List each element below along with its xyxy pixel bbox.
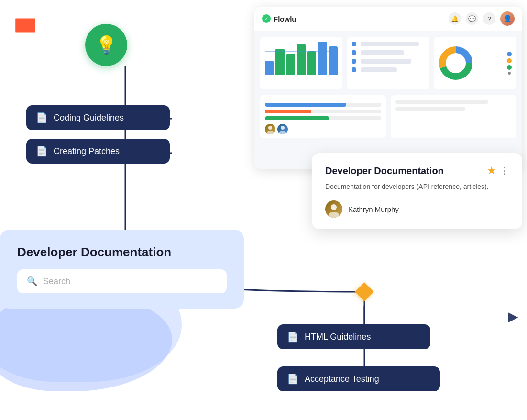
avatar-row: [265, 124, 381, 134]
developer-doc-box: Developer Documentation 🔍 Search: [0, 230, 244, 309]
svg-point-14: [281, 126, 285, 130]
coding-guidelines-node[interactable]: 📄 Coding Guidelines: [26, 105, 170, 130]
bar-chart-widget: [260, 37, 342, 89]
creating-patches-label: Creating Patches: [54, 146, 120, 156]
acceptance-testing-label: Acceptance Testing: [305, 374, 379, 384]
bar-6: [318, 42, 327, 75]
bar-1: [265, 61, 274, 75]
document-icon: 📄: [36, 112, 48, 123]
document-icon-2: 📄: [36, 145, 48, 157]
svg-point-12: [268, 126, 272, 130]
lightbulb-node: 💡: [85, 24, 127, 66]
document-icon-4: 📄: [287, 373, 299, 385]
more-options-icon[interactable]: ⋮: [500, 166, 509, 176]
decorative-arrow-right: [508, 309, 518, 324]
dev-doc-title: Developer Documentation: [17, 245, 227, 260]
popup-author: Kathryn Murphy: [325, 200, 509, 218]
empty-widget: [391, 95, 516, 138]
donut-chart: [439, 46, 472, 80]
lightbulb-icon: 💡: [96, 35, 117, 55]
svg-point-17: [329, 212, 339, 218]
html-guidelines-node[interactable]: 📄 HTML Guidelines: [277, 324, 430, 349]
bg-decoration-2: [0, 296, 172, 391]
svg-point-13: [267, 131, 274, 134]
author-name: Kathryn Murphy: [348, 205, 399, 213]
flowlu-bottom-row: [254, 95, 522, 144]
popup-card: Developer Documentation ★ ⋮ Documentatio…: [312, 153, 522, 229]
svg-point-11: [450, 57, 461, 69]
bar-chart: [265, 42, 338, 75]
popup-description: Documentation for developers (API refere…: [325, 182, 509, 192]
acceptance-testing-node[interactable]: 📄 Acceptance Testing: [277, 366, 440, 391]
html-guidelines-label: HTML Guidelines: [305, 332, 371, 342]
flowlu-header-icons: 🔔 💬 ? 👤: [449, 11, 515, 26]
search-bar[interactable]: 🔍 Search: [17, 269, 227, 293]
popup-actions: ★ ⋮: [487, 165, 509, 177]
progress-widget: [260, 95, 386, 138]
diamond-connector: [355, 282, 374, 301]
donut-legend: [507, 52, 512, 75]
bar-3: [286, 54, 295, 75]
flowlu-app-title: Flowlu: [274, 15, 296, 23]
donut-widget: [434, 37, 516, 89]
help-icon[interactable]: ?: [483, 12, 495, 25]
notification-icon[interactable]: 🔔: [449, 12, 461, 25]
flowlu-logo: ✓ Flowlu: [262, 14, 296, 23]
bar-5: [307, 51, 316, 75]
search-placeholder: Search: [43, 276, 70, 287]
chat-icon[interactable]: 💬: [466, 12, 478, 25]
bar-7: [329, 46, 338, 75]
bar-4: [297, 44, 306, 75]
star-icon[interactable]: ★: [487, 165, 496, 177]
search-icon: 🔍: [27, 276, 37, 287]
svg-point-16: [331, 204, 337, 210]
flowlu-dashboard-body: [254, 31, 522, 95]
author-avatar: [325, 200, 342, 218]
svg-point-15: [279, 131, 286, 134]
flowlu-window: ✓ Flowlu 🔔 💬 ? 👤: [254, 7, 522, 169]
flowlu-titlebar: ✓ Flowlu 🔔 💬 ? 👤: [254, 7, 522, 31]
coding-guidelines-label: Coding Guidelines: [54, 113, 124, 123]
list-widget: [347, 37, 429, 89]
flowlu-check-icon: ✓: [262, 14, 271, 23]
creating-patches-node[interactable]: 📄 Creating Patches: [26, 139, 170, 164]
popup-title: Developer Documentation: [325, 166, 444, 177]
document-icon-3: 📄: [287, 331, 299, 343]
popup-header: Developer Documentation ★ ⋮: [325, 165, 509, 177]
user-avatar[interactable]: 👤: [500, 11, 515, 26]
bar-2: [275, 49, 284, 75]
